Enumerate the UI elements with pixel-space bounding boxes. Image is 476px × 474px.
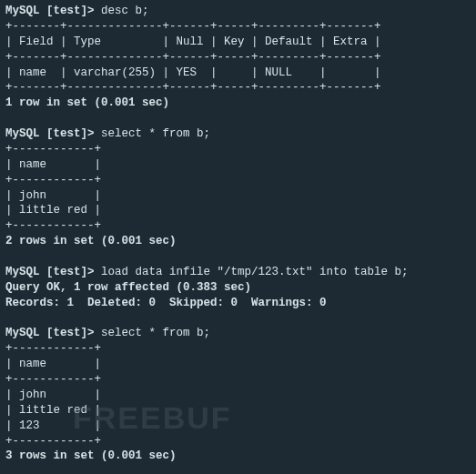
command-4: select * from b; [101, 327, 210, 339]
sel2-border-top: +------------+ [5, 341, 471, 357]
sel2-border-mid: +------------+ [5, 372, 471, 388]
prompt-line-3: MySQL [test]> load data infile "/tmp/123… [5, 265, 471, 280]
blank-2 [5, 249, 471, 265]
sel1-row-2: | little red | [5, 203, 471, 218]
prompt-line-1: MySQL [test]> desc b; [5, 4, 471, 19]
sel2-header: | name | [5, 357, 471, 372]
blank-1 [5, 111, 471, 126]
desc-row-1: | name | varchar(255) | YES | | NULL | | [5, 66, 471, 81]
sel1-result: 2 rows in set (0.001 sec) [5, 234, 471, 249]
desc-result: 1 row in set (0.001 sec) [5, 96, 471, 111]
sel2-result: 3 rows in set (0.001 sec) [5, 449, 471, 464]
terminal-output: MySQL [test]> desc b; +-------+---------… [5, 4, 471, 474]
sel2-row-1: | john | [5, 388, 471, 403]
prompt: MySQL [test]> [5, 266, 95, 278]
sel2-row-3: | 123 | [5, 419, 471, 434]
sel1-border-bot: +------------+ [5, 218, 471, 234]
sel1-row-1: | john | [5, 188, 471, 204]
load-result-1: Query OK, 1 row affected (0.383 sec) [5, 280, 471, 296]
command-1: desc b; [101, 5, 149, 17]
blank-3 [5, 311, 471, 327]
load-result-2: Records: 1 Deleted: 0 Skipped: 0 Warning… [5, 296, 471, 311]
desc-header: | Field | Type | Null | Key | Default | … [5, 35, 471, 50]
command-2: select * from b; [101, 127, 210, 140]
blank-4 [5, 464, 471, 474]
command-3: load data infile "/tmp/123.txt" into tab… [101, 266, 409, 278]
sel1-border-top: +------------+ [5, 142, 471, 157]
prompt-line-4: MySQL [test]> select * from b; [5, 326, 471, 341]
desc-border-mid: +-------+--------------+------+-----+---… [5, 50, 471, 66]
sel1-header: | name | [5, 157, 471, 173]
desc-border-top: +-------+--------------+------+-----+---… [5, 19, 471, 35]
desc-border-bot: +-------+--------------+------+-----+---… [5, 80, 471, 96]
prompt-line-2: MySQL [test]> select * from b; [5, 126, 471, 142]
sel1-border-mid: +------------+ [5, 173, 471, 188]
prompt: MySQL [test]> [5, 127, 95, 140]
sel2-row-2: | little red | [5, 403, 471, 419]
sel2-border-bot: +------------+ [5, 434, 471, 449]
prompt: MySQL [test]> [5, 327, 95, 339]
prompt: MySQL [test]> [5, 5, 95, 17]
